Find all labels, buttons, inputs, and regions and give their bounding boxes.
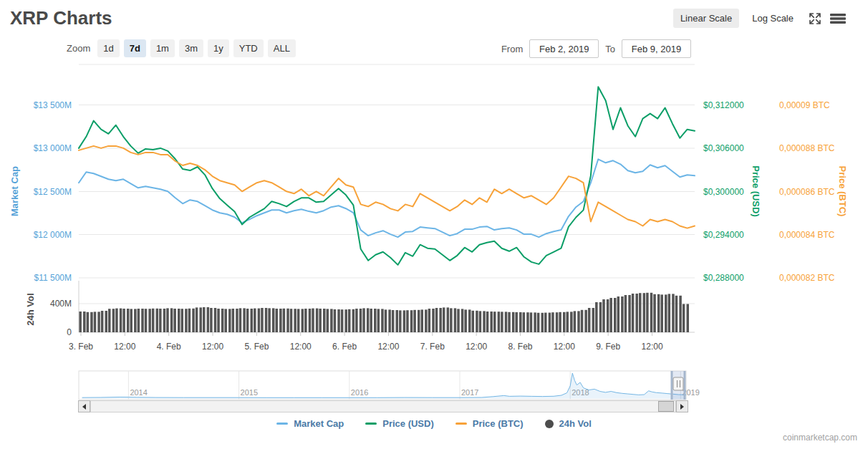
scrollbar-thumb[interactable] <box>658 401 674 412</box>
linear-scale-button[interactable]: Linear Scale <box>673 9 739 28</box>
chart-legend: Market Cap Price (USD) Price (BTC) 24h V… <box>0 418 868 429</box>
legend-label: Price (USD) <box>382 418 434 429</box>
y-axis-tick: $0,300000 <box>703 187 744 197</box>
y-axis-tick: $0,288000 <box>703 273 744 283</box>
navigator-handle-grip[interactable] <box>673 377 683 390</box>
page-title: XRP Charts <box>10 6 112 30</box>
y-axis-tick: $13 000M <box>34 143 72 153</box>
price-usd-axis-title: Price (USD) <box>751 165 761 217</box>
to-date-input[interactable] <box>622 39 691 58</box>
x-axis-tick: 3. Feb <box>69 342 93 352</box>
y-axis-tick: 0,000082 BTC <box>779 273 835 283</box>
y-axis-tick: $12 000M <box>34 230 72 240</box>
x-axis-tick: 12:00 <box>377 342 399 352</box>
navigator-scrollbar[interactable] <box>78 400 688 412</box>
x-axis-tick: 12:00 <box>114 342 135 352</box>
market-cap-line-swatch <box>276 423 288 425</box>
y-axis-tick: 0,000086 BTC <box>779 187 835 197</box>
x-axis-tick: 12:00 <box>554 342 575 352</box>
watermark: coinmarketcap.com <box>783 433 857 443</box>
x-axis-tick: 12:00 <box>290 342 312 352</box>
scrollbar-left-button[interactable] <box>78 400 90 412</box>
x-axis-tick: 7. Feb <box>420 342 445 352</box>
y-axis-tick: 400M <box>50 299 72 309</box>
zoom-button-7d[interactable]: 7d <box>124 39 146 57</box>
legend-label: Market Cap <box>294 418 344 429</box>
market-cap-axis-title: Market Cap <box>9 166 20 216</box>
y-axis-tick: $0,294000 <box>703 230 744 240</box>
volume-axis-title: 24h Vol <box>25 293 36 325</box>
navigator[interactable]: 201420152016201720182019 <box>79 371 700 400</box>
navigator-year-label: 2015 <box>241 388 258 397</box>
x-axis-tick: 5. Feb <box>244 342 269 352</box>
date-range-group: From To <box>501 39 691 58</box>
navigator-year-label: 2014 <box>130 388 147 397</box>
price-chart[interactable]: $13 500M$13 000M$12 500M$12 000M$11 500M… <box>0 0 868 415</box>
y-axis-tick: $0,312000 <box>703 100 744 110</box>
navigator-year-label: 2017 <box>461 388 478 397</box>
y-axis-tick: 0 <box>67 327 72 337</box>
y-axis-tick: 0,000084 BTC <box>779 230 835 240</box>
x-axis-tick: 12:00 <box>202 342 223 352</box>
scrollbar-track[interactable] <box>90 400 676 412</box>
scrollbar-right-button[interactable] <box>676 400 688 412</box>
y-axis-tick: $12 500M <box>34 187 72 197</box>
navigator-area <box>82 373 687 399</box>
x-axis-tick: 6. Feb <box>332 342 357 352</box>
zoom-button-3m[interactable]: 3m <box>179 39 203 57</box>
zoom-button-ytd[interactable]: YTD <box>233 39 264 57</box>
y-axis-tick: $13 500M <box>34 100 72 110</box>
legend-item-market-cap[interactable]: Market Cap <box>276 418 344 429</box>
x-axis-tick: 8. Feb <box>508 342 532 352</box>
x-axis-tick: 12:00 <box>642 342 663 352</box>
legend-item-price-btc[interactable]: Price (BTC) <box>455 418 524 429</box>
x-axis-tick: 12:00 <box>466 342 487 352</box>
legend-item-24h-vol[interactable]: 24h Vol <box>545 418 592 429</box>
chart-toolbar: Zoom 1d 7d 1m 3m 1y YTD ALL From To <box>0 39 868 59</box>
scroll-left-icon <box>82 404 86 410</box>
fullscreen-icon[interactable] <box>806 10 824 27</box>
x-axis-tick: 4. Feb <box>157 342 181 352</box>
y-axis-tick: 0,00009 BTC <box>779 100 830 110</box>
zoom-button-1d[interactable]: 1d <box>97 39 119 57</box>
zoom-label: Zoom <box>67 43 90 54</box>
legend-item-price-usd[interactable]: Price (USD) <box>365 418 434 429</box>
price-usd-line-swatch <box>365 423 377 425</box>
zoom-button-1m[interactable]: 1m <box>150 39 175 57</box>
price-btc-axis-title: Price (BTC) <box>837 166 848 217</box>
y-axis-tick: 0,000088 BTC <box>779 143 835 153</box>
legend-label: 24h Vol <box>559 418 592 429</box>
to-label: To <box>605 44 615 54</box>
legend-label: Price (BTC) <box>473 418 524 429</box>
price-btc-line-swatch <box>455 423 467 425</box>
navigator-year-label: 2016 <box>351 388 368 397</box>
zoom-group: Zoom 1d 7d 1m 3m 1y YTD ALL <box>67 39 296 57</box>
y-axis-tick: $11 500M <box>34 273 72 283</box>
plot-area[interactable] <box>79 64 695 332</box>
from-date-input[interactable] <box>529 39 599 58</box>
scroll-right-icon <box>680 404 684 410</box>
from-label: From <box>501 44 523 54</box>
menu-icon[interactable] <box>829 10 847 27</box>
volume-dot-swatch <box>545 420 554 428</box>
y-axis-tick: $0,306000 <box>703 143 744 153</box>
x-axis-labels: 3. Feb12:004. Feb12:005. Feb12:006. Feb1… <box>69 342 663 352</box>
chart-header: XRP Charts Linear Scale Log Scale <box>10 6 847 30</box>
zoom-button-all[interactable]: ALL <box>268 39 296 57</box>
zoom-button-1y[interactable]: 1y <box>208 39 229 57</box>
header-controls: Linear Scale Log Scale <box>673 9 847 28</box>
log-scale-button[interactable]: Log Scale <box>745 9 801 28</box>
x-axis-tick: 9. Feb <box>596 342 620 352</box>
